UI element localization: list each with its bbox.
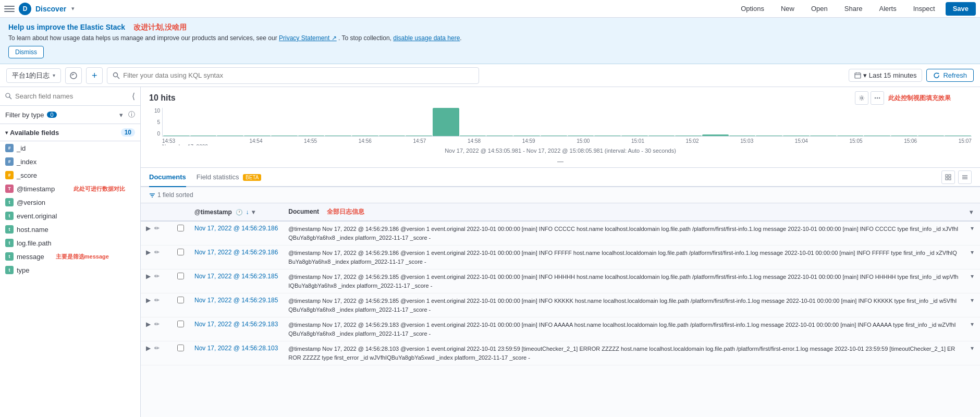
row-checkbox-cell[interactable] — [172, 317, 189, 341]
field-item-host-name[interactable]: t host.name — [0, 223, 140, 236]
row-timestamp[interactable]: Nov 17, 2022 @ 14:56:29.185 — [189, 269, 283, 293]
add-filter-button[interactable]: + — [86, 67, 103, 84]
field-item-id[interactable]: # _id — [0, 141, 140, 155]
edit-row-icon[interactable]: ✏ — [154, 297, 160, 304]
open-button[interactable]: Open — [805, 2, 834, 16]
expand-row-icon[interactable]: ▶ — [146, 321, 151, 328]
new-button[interactable]: New — [775, 2, 801, 16]
disable-link[interactable]: disable usage data here — [393, 34, 460, 42]
field-item-version[interactable]: t @version — [0, 195, 140, 209]
edit-row-icon[interactable]: ✏ — [154, 273, 160, 280]
chart-bar — [621, 136, 648, 136]
refresh-button[interactable]: Refresh — [926, 69, 974, 82]
row-expand-cell[interactable]: ▾ — [964, 269, 980, 293]
edit-row-icon[interactable]: ✏ — [154, 225, 160, 232]
filter-count-badge: 0 — [47, 112, 56, 118]
share-icon-button[interactable] — [65, 67, 82, 84]
field-type-badge-type: t — [5, 266, 14, 274]
field-item-message[interactable]: t message 主要是筛选message — [0, 250, 140, 263]
field-item-timestamp[interactable]: T @timestamp 此处可进行数据对比 — [0, 182, 140, 195]
table-view-button[interactable] — [941, 170, 955, 184]
row-expand-cell[interactable]: ▾ — [964, 246, 980, 269]
edit-row-icon[interactable]: ✏ — [154, 345, 160, 352]
row-checkbox[interactable] — [177, 297, 184, 303]
field-search-input[interactable] — [15, 92, 129, 100]
row-timestamp[interactable]: Nov 17, 2022 @ 14:56:29.183 — [189, 317, 283, 341]
row-timestamp[interactable]: Nov 17, 2022 @ 14:56:29.186 — [189, 221, 283, 246]
row-checkbox-cell[interactable] — [172, 341, 189, 365]
chart-x-label-10: 15:03 — [740, 138, 753, 145]
share-button[interactable]: Share — [838, 2, 869, 16]
privacy-link[interactable]: Privacy Statement ↗ — [279, 34, 337, 42]
field-item-event-original[interactable]: t event.original — [0, 209, 140, 223]
alerts-button[interactable]: Alerts — [873, 2, 902, 16]
dismiss-button[interactable]: Dismiss — [8, 46, 44, 58]
save-button[interactable]: Save — [946, 2, 976, 16]
tab-field-statistics[interactable]: Field statistics BETA — [197, 168, 262, 187]
row-checkbox-cell[interactable] — [172, 246, 189, 269]
row-timestamp[interactable]: Nov 17, 2022 @ 14:56:29.186 — [189, 246, 283, 269]
chart-bar — [406, 136, 432, 136]
refresh-icon — [933, 72, 940, 79]
row-expand-cell[interactable]: ▾ — [964, 341, 980, 365]
kql-search-input-wrap[interactable] — [107, 67, 479, 84]
edit-row-icon[interactable]: ✏ — [154, 321, 160, 328]
available-fields-header[interactable]: ▾ Available fields 10 — [0, 124, 140, 141]
chart-collapse[interactable]: — — [149, 156, 972, 167]
field-name-version: @version — [17, 199, 45, 206]
chart-bar — [541, 136, 567, 136]
expand-row-icon[interactable]: ▶ — [146, 273, 151, 280]
field-item-index[interactable]: # _index — [0, 155, 140, 168]
row-timestamp[interactable]: Nov 17, 2022 @ 14:56:29.185 — [189, 293, 283, 317]
row-expand-cell[interactable]: ▾ — [964, 293, 980, 317]
row-expand-cell[interactable]: ▾ — [964, 317, 980, 341]
time-picker[interactable]: ▾ Last 15 minutes — [849, 69, 923, 82]
hamburger-menu[interactable] — [4, 4, 15, 14]
table-row: ▶ ✏ Nov 17, 2022 @ 14:56:29.183 @timesta… — [141, 317, 980, 341]
row-checkbox[interactable] — [177, 273, 184, 279]
row-checkbox-cell[interactable] — [172, 269, 189, 293]
col-checkbox — [172, 203, 189, 221]
filter-info-icon[interactable]: ⓘ — [128, 110, 135, 119]
row-checkbox-cell[interactable] — [172, 221, 189, 246]
col-timestamp-header[interactable]: @timestamp 🕐 ↓ ▾ — [189, 203, 283, 221]
chart-x-label-8: 15:01 — [631, 138, 644, 145]
edit-row-icon[interactable]: ✏ — [154, 249, 160, 256]
row-expand-cell[interactable]: ▾ — [964, 221, 980, 246]
field-name-message: message — [17, 253, 44, 261]
expand-row-icon[interactable]: ▶ — [146, 249, 151, 256]
sidebar: ⟨ Filter by type 0 ▾ ⓘ ▾ Available field… — [0, 87, 141, 417]
row-checkbox[interactable] — [177, 345, 184, 351]
chart-settings-icon[interactable] — [855, 91, 868, 105]
main-layout: ⟨ Filter by type 0 ▾ ⓘ ▾ Available field… — [0, 87, 980, 417]
field-item-type[interactable]: t type — [0, 263, 140, 277]
kql-search-field[interactable] — [123, 71, 473, 79]
row-checkbox[interactable] — [177, 321, 184, 327]
sort-icon — [149, 192, 155, 198]
chart-x-label-13: 15:06 — [904, 138, 917, 145]
field-type-badge-hostname: t — [5, 225, 14, 234]
chart-x-label-11: 15:04 — [795, 138, 808, 145]
tab-documents[interactable]: Documents — [149, 168, 186, 187]
row-checkbox[interactable] — [177, 249, 184, 255]
expand-row-icon[interactable]: ▶ — [146, 297, 151, 304]
index-selector[interactable]: 平台1的日志 ▾ — [6, 68, 61, 83]
sidebar-collapse-button[interactable]: ⟨ — [132, 91, 135, 101]
row-checkbox[interactable] — [177, 225, 184, 231]
list-view-button[interactable] — [958, 170, 972, 184]
chart-options-icon[interactable] — [871, 91, 884, 105]
options-button[interactable]: Options — [734, 2, 770, 16]
expand-row-icon[interactable]: ▶ — [146, 225, 151, 232]
filter-type-chevron[interactable]: ▾ — [119, 111, 123, 119]
field-item-log-file-path[interactable]: t log.file.path — [0, 236, 140, 250]
row-timestamp[interactable]: Nov 17, 2022 @ 14:56:28.103 — [189, 341, 283, 365]
inspect-button[interactable]: Inspect — [907, 2, 941, 16]
table-row: ▶ ✏ Nov 17, 2022 @ 14:56:29.186 @timesta… — [141, 221, 980, 246]
row-checkbox-cell[interactable] — [172, 293, 189, 317]
app-chevron[interactable]: ▾ — [71, 5, 75, 12]
chart-bar — [513, 136, 540, 136]
expand-row-icon[interactable]: ▶ — [146, 345, 151, 352]
field-type-badge-event: t — [5, 212, 14, 220]
field-item-score[interactable]: # _score — [0, 168, 140, 182]
chart-bar — [352, 136, 378, 136]
